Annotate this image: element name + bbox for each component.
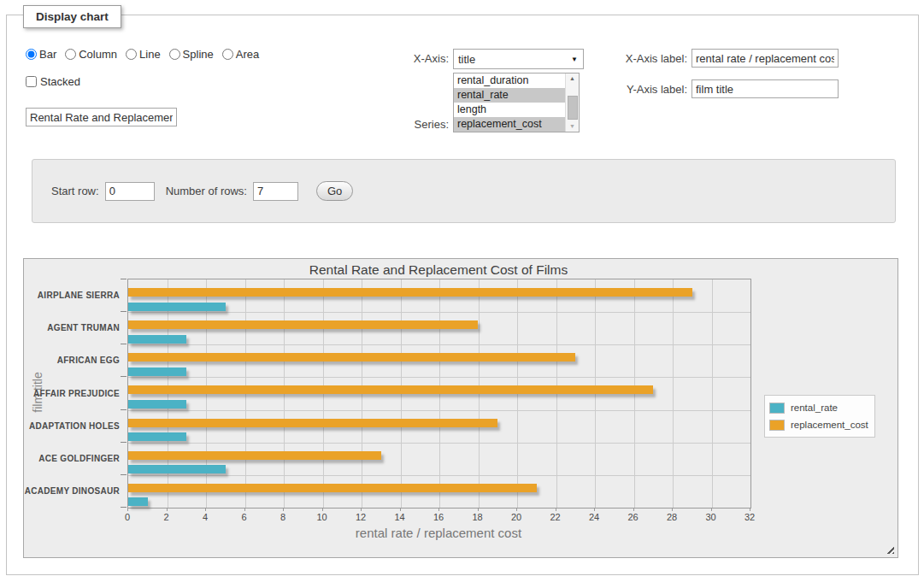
- bar-replacement_cost: [128, 484, 537, 492]
- y-tick-mark: [121, 507, 127, 508]
- x-axis-selected-value: title: [458, 53, 475, 66]
- resize-handle-icon[interactable]: [885, 544, 894, 554]
- y-axis-label-input[interactable]: [692, 79, 839, 98]
- x-tick-mark: [244, 508, 245, 511]
- y-tick-mark: [121, 474, 127, 475]
- series-option-rental_duration[interactable]: rental_duration: [454, 73, 565, 88]
- x-tick-label: 0: [113, 512, 142, 522]
- gridline: [673, 279, 674, 508]
- category-label: AFFAIR PREJUDICE: [24, 389, 120, 398]
- gridline: [128, 344, 750, 345]
- x-tick-mark: [400, 508, 401, 511]
- chart-x-axis-label: rental rate / replacement cost: [127, 526, 750, 540]
- series-scrollbar[interactable]: ▲ ▼: [565, 73, 579, 132]
- x-tick-label: 4: [191, 512, 220, 522]
- plot-area: [127, 279, 751, 509]
- stacked-label: Stacked: [40, 75, 80, 88]
- x-tick-mark: [361, 508, 362, 511]
- x-tick-label: 22: [541, 512, 570, 522]
- stacked-checkbox[interactable]: [26, 76, 37, 87]
- x-tick-label: 26: [619, 512, 648, 522]
- chart-type-label: Column: [79, 48, 117, 61]
- fieldset-legend: Display chart: [23, 5, 121, 28]
- bar-replacement_cost: [128, 353, 575, 362]
- bar-replacement_cost: [128, 419, 497, 427]
- legend-row: rental_rate: [769, 399, 868, 416]
- series-option-replacement_cost[interactable]: replacement_cost: [454, 117, 565, 132]
- scroll-down-icon[interactable]: ▼: [566, 121, 579, 132]
- go-button[interactable]: Go: [316, 181, 353, 201]
- x-axis-label-label: X-Axis label:: [615, 52, 687, 65]
- gridline: [128, 312, 750, 313]
- bar-rental_rate: [128, 465, 226, 473]
- x-tick-label: 18: [463, 512, 492, 522]
- chart-type-label: Area: [236, 48, 259, 61]
- series-multiselect[interactable]: rental_durationrental_ratelengthreplacem…: [453, 73, 580, 132]
- y-axis-label-label: Y-Axis label:: [615, 83, 687, 96]
- start-row-input[interactable]: [105, 182, 155, 201]
- chart-type-option-area[interactable]: Area: [222, 48, 259, 61]
- series-options: rental_durationrental_ratelengthreplacem…: [454, 73, 565, 132]
- chart-type-radio-spline[interactable]: [169, 49, 180, 60]
- chart-type-radio-line[interactable]: [126, 49, 137, 60]
- x-axis-select-label: X-Axis:: [395, 52, 449, 65]
- y-tick-mark: [121, 442, 127, 443]
- category-label: ADAPTATION HOLES: [24, 421, 120, 431]
- x-tick-mark: [516, 508, 517, 511]
- x-tick-label: 8: [268, 512, 297, 522]
- chart-type-radio-column[interactable]: [65, 49, 76, 60]
- legend-swatch: [769, 403, 785, 414]
- chart-type-option-line[interactable]: Line: [126, 48, 161, 61]
- x-tick-mark: [750, 508, 750, 511]
- bar-rental_rate: [128, 335, 186, 344]
- x-axis-select[interactable]: title ▼: [453, 49, 584, 69]
- chart-title-input[interactable]: [26, 108, 177, 126]
- x-tick-label: 24: [580, 512, 609, 522]
- chart-title: Rental Rate and Replacement Cost of Film…: [127, 262, 750, 278]
- x-tick-mark: [556, 508, 556, 511]
- row-range-controls: Start row: Number of rows: Go: [51, 181, 353, 201]
- x-tick-mark: [672, 508, 673, 511]
- series-option-rental_rate[interactable]: rental_rate: [454, 88, 565, 103]
- x-tick-mark: [322, 508, 323, 511]
- gridline: [128, 475, 750, 476]
- category-label: ACE GOLDFINGER: [24, 454, 120, 463]
- chart-type-label: Line: [139, 48, 161, 61]
- bar-rental_rate: [128, 400, 186, 409]
- gridline: [128, 443, 750, 444]
- chart-type-option-bar[interactable]: Bar: [26, 48, 56, 61]
- scrollbar-thumb[interactable]: [568, 96, 578, 120]
- chart-type-label: Spline: [183, 48, 214, 61]
- chart-type-radio-bar[interactable]: [26, 49, 37, 60]
- x-tick-label: 12: [346, 512, 375, 522]
- chart-type-radio-area[interactable]: [222, 49, 233, 60]
- bar-replacement_cost: [128, 288, 692, 297]
- x-tick-label: 20: [502, 512, 531, 522]
- category-label: AGENT TRUMAN: [24, 323, 120, 332]
- chart-type-option-spline[interactable]: Spline: [169, 48, 214, 61]
- x-tick-mark: [205, 508, 206, 511]
- series-option-length[interactable]: length: [454, 103, 565, 117]
- x-tick-mark: [127, 508, 128, 511]
- stacked-checkbox-row: Stacked: [26, 75, 80, 88]
- legend-row: replacement_cost: [769, 416, 868, 433]
- chart-type-option-column[interactable]: Column: [65, 48, 117, 61]
- num-rows-input[interactable]: [253, 182, 298, 201]
- bar-rental_rate: [128, 367, 186, 376]
- chart-type-radio-group: BarColumnLineSplineArea: [26, 48, 259, 61]
- x-tick-label: 14: [385, 512, 415, 522]
- x-tick-mark: [711, 508, 712, 511]
- x-tick-mark: [167, 508, 168, 511]
- y-tick-mark: [121, 311, 127, 312]
- bar-replacement_cost: [128, 451, 381, 460]
- scroll-up-icon[interactable]: ▲: [566, 73, 579, 84]
- x-axis-label-input[interactable]: [692, 49, 839, 68]
- chart-type-label: Bar: [39, 48, 56, 61]
- series-select-label: Series:: [393, 118, 449, 131]
- gridline: [128, 377, 750, 378]
- chart-panel: Rental Rate and Replacement Cost of Film…: [23, 258, 898, 558]
- bar-rental_rate: [128, 303, 226, 311]
- gridline: [712, 279, 713, 508]
- chevron-down-icon: ▼: [571, 56, 578, 63]
- x-tick-label: 30: [697, 512, 726, 522]
